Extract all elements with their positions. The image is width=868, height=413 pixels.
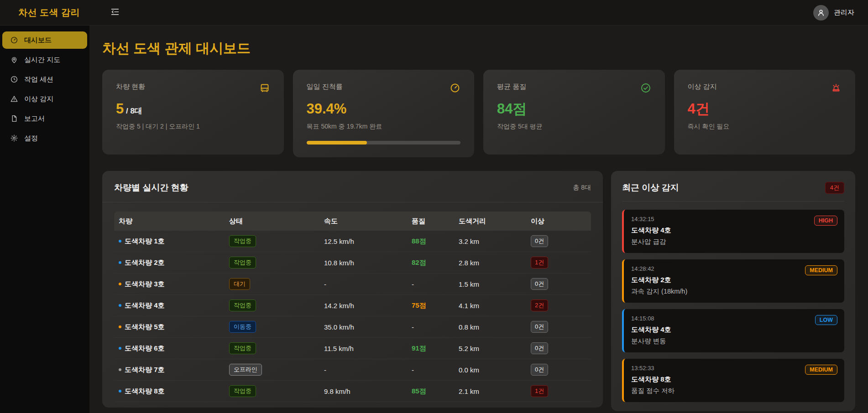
sidebar-item-label: 보고서 [24,114,45,123]
user-name: 관리자 [834,8,854,17]
speed-cell: - [324,366,412,374]
vehicle-table-card: 차량별 실시간 현황 총 8대 차량상태속도품질도색거리이상 도색차량 1호작업… [102,171,603,408]
sidebar-item-settings[interactable]: 설정 [2,129,87,147]
table-row[interactable]: 도색차량 7호오프라인--0.0 km0건 [114,359,591,381]
vehicle-status-dot [119,240,121,243]
alerts-panel-title: 최근 이상 감지 [622,182,679,194]
alert-card[interactable]: 14:15:08LOW도색차량 4호분사량 변동 [622,309,844,352]
stat-card-quality: 평균 품질84점작업중 5대 평균 [483,70,665,155]
distance-cell: 2.8 km [459,259,531,267]
quality-cell: 88점 [412,237,459,246]
column-header: 상태 [229,217,324,226]
stats-grid: 차량 현황5 / 8대작업중 5 | 대기 2 | 오프라인 1일일 진척률39… [102,70,855,157]
alert-severity-badge: LOW [815,315,837,325]
stat-card-label: 일일 진척률 [307,83,343,91]
status-cell: 작업중 [229,235,324,247]
sidebar-item-reports[interactable]: 보고서 [2,110,87,127]
vehicle-name: 도색차량 7호 [125,366,165,374]
vehicle-status-dot [119,325,121,328]
table-row[interactable]: 도색차량 3호대기--1.5 km0건 [114,274,591,295]
stat-card-value-main: 4건 [688,101,710,117]
table-row[interactable]: 도색차량 4호작업중14.2 km/h75점4.1 km2건 [114,295,591,316]
anomaly-count-badge: 0건 [531,321,548,333]
anomaly-cell: 0건 [531,364,586,376]
vehicle-cell: 도색차량 7호 [119,366,229,374]
vehicle-status-dot [119,347,121,350]
sidebar-toggle-button[interactable] [110,7,122,19]
anomaly-cell: 0건 [531,342,586,354]
warning-icon [10,95,18,103]
speed-cell: 10.8 km/h [324,259,412,267]
alert-vehicle-name: 도색차량 2호 [631,276,837,284]
gauge-icon [450,83,460,93]
vehicle-name: 도색차량 1호 [125,237,165,246]
alerts-count-badge: 4건 [825,182,844,194]
status-badge: 대기 [229,278,250,290]
sidebar-item-label: 작업 세션 [24,75,53,84]
stat-card-vehicles: 차량 현황5 / 8대작업중 5 | 대기 2 | 오프라인 1 [102,70,284,155]
quality-cell: - [412,280,459,288]
status-cell: 작업중 [229,257,324,268]
distance-cell: 4.1 km [459,302,531,310]
alert-vehicle-name: 도색차량 4호 [631,325,837,334]
alert-card[interactable]: 13:52:33MEDIUM도색차량 8호품질 점수 저하 [622,359,844,402]
anomaly-cell: 0건 [531,278,586,290]
stat-card-progress: 일일 진척률39.4%목표 50km 중 19.7km 완료 [293,70,475,157]
sidebar-item-dashboard[interactable]: 대시보드 [2,31,87,49]
check-circle-icon [640,83,651,93]
table-row[interactable]: 도색차량 1호작업중12.5 km/h88점3.2 km0건 [114,231,591,252]
quality-cell: - [412,366,459,374]
vehicle-status-dot [119,261,121,264]
alert-message: 분사량 변동 [631,337,837,346]
vehicle-name: 도색차량 5호 [125,323,165,331]
table-row[interactable]: 도색차량 6호작업중11.5 km/h91점5.2 km0건 [114,338,591,359]
vehicle-table: 차량상태속도품질도색거리이상 도색차량 1호작업중12.5 km/h88점3.2… [114,212,591,402]
vehicle-cell: 도색차량 1호 [119,237,229,246]
alert-list: 14:32:15HIGH도색차량 4호분사압 급감14:28:42MEDIUM도… [622,210,844,402]
status-cell: 오프라인 [229,364,324,376]
sidebar-item-sessions[interactable]: 작업 세션 [2,71,87,88]
alert-card[interactable]: 14:32:15HIGH도색차량 4호분사압 급감 [622,210,844,253]
status-badge: 작업중 [229,385,256,397]
sidebar-item-label: 설정 [24,134,38,143]
vehicle-cell: 도색차량 4호 [119,301,229,310]
user-chip[interactable]: 관리자 [813,5,854,21]
anomaly-count-badge: 0건 [531,235,548,247]
alert-severity-badge: HIGH [814,216,837,226]
vehicle-cell: 도색차량 8호 [119,387,229,396]
speed-cell: 11.5 km/h [324,345,412,352]
table-row[interactable]: 도색차량 5호이동중35.0 km/h-0.8 km0건 [114,316,591,338]
table-row[interactable]: 도색차량 8호작업중9.8 km/h85점2.1 km1건 [114,381,591,402]
vehicle-cell: 도색차량 2호 [119,258,229,267]
alert-vehicle-name: 도색차량 4호 [631,226,837,235]
sidebar-item-label: 대시보드 [24,36,52,45]
sidebar-item-anomalies[interactable]: 이상 감지 [2,90,87,108]
speed-cell: 35.0 km/h [324,323,412,331]
alerts-panel-header: 최근 이상 감지 4건 [622,182,844,201]
stat-card-alerts: 이상 감지4건즉시 확인 필요 [674,70,856,155]
vehicle-status-dot [119,390,121,392]
stat-card-value-suffix: / 8대 [124,107,142,115]
status-badge: 작업중 [229,235,256,247]
sidebar-item-map[interactable]: 실시간 지도 [2,51,87,68]
status-badge: 작업중 [229,257,256,268]
stat-card-top: 차량 현황 [116,83,270,93]
vehicle-name: 도색차량 2호 [125,258,165,267]
siren-icon [831,83,842,93]
main-content: 차선 도색 관제 대시보드 차량 현황5 / 8대작업중 5 | 대기 2 | … [89,26,868,413]
quality-cell: 85점 [412,387,459,396]
vehicle-name: 도색차량 3호 [125,280,165,289]
stat-card-value-main: 39.4% [307,101,347,117]
bottom-section: 차량별 실시간 현황 총 8대 차량상태속도품질도색거리이상 도색차량 1호작업… [102,171,855,411]
speed-cell: 9.8 km/h [324,387,412,395]
anomaly-cell: 1건 [531,385,586,397]
alert-card[interactable]: 14:28:42MEDIUM도색차량 2호과속 감지 (18km/h) [622,259,844,303]
map-pin-icon [10,56,18,64]
table-row[interactable]: 도색차량 2호작업중10.8 km/h82점2.8 km1건 [114,252,591,274]
vehicle-name: 도색차량 8호 [125,387,165,396]
stat-card-value: 84점 [497,101,651,117]
anomaly-count-badge: 0건 [531,364,548,376]
vehicle-cell: 도색차량 5호 [119,323,229,331]
column-header: 도색거리 [459,217,531,226]
distance-cell: 1.5 km [459,280,531,288]
